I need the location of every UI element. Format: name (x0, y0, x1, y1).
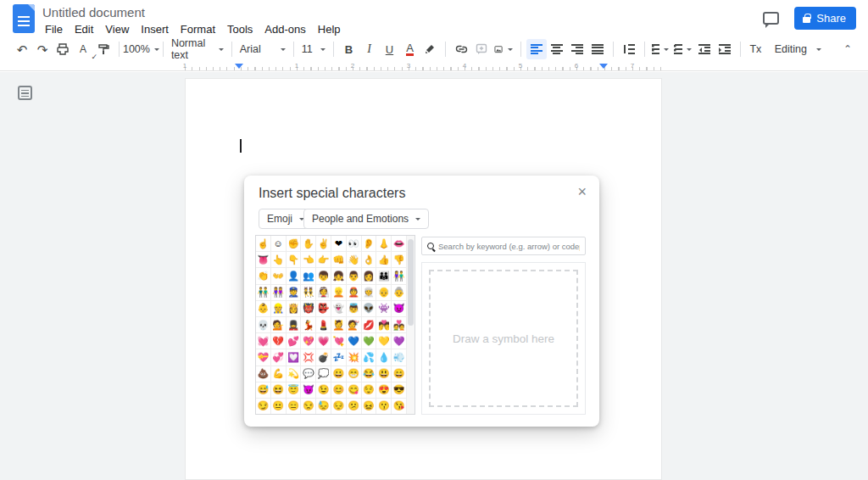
search-input[interactable] (438, 242, 580, 251)
undo-button[interactable]: ↶ (12, 39, 32, 59)
align-center-button[interactable] (547, 39, 567, 59)
emoji-cell[interactable]: 😄 (392, 366, 407, 382)
underline-button[interactable]: U (379, 39, 399, 59)
emoji-cell[interactable]: 👉 (316, 252, 331, 268)
menu-help[interactable]: Help (312, 21, 347, 37)
emoji-cell[interactable]: 😖 (362, 399, 377, 415)
emoji-cell[interactable]: 💬 (301, 366, 316, 382)
emoji-cell[interactable]: 👈 (301, 252, 316, 268)
emoji-cell[interactable]: 👎 (392, 252, 407, 268)
insert-image-button[interactable] (492, 39, 515, 59)
emoji-cell[interactable]: 👺 (316, 301, 331, 317)
emoji-cell[interactable]: 😉 (316, 382, 331, 399)
align-left-button[interactable] (526, 39, 547, 59)
emoji-cell[interactable]: 👿 (392, 301, 407, 317)
print-button[interactable] (53, 39, 73, 59)
emoji-cell[interactable]: 😕 (347, 399, 362, 415)
emoji-cell[interactable]: 😈 (301, 382, 316, 399)
emoji-cell[interactable]: 💑 (392, 317, 407, 333)
document-title[interactable]: Untitled document (42, 5, 145, 20)
emoji-cell[interactable]: 👦 (316, 268, 331, 284)
emoji-cell[interactable]: 😎 (392, 382, 407, 399)
emoji-cell[interactable]: 👼 (347, 301, 362, 317)
emoji-cell[interactable]: 😃 (376, 366, 392, 382)
emoji-cell[interactable]: 👹 (301, 301, 316, 317)
bulleted-list-button[interactable] (671, 39, 693, 59)
emoji-cell[interactable]: 😒 (301, 399, 316, 415)
emoji-cell[interactable]: 😑 (287, 399, 302, 415)
emoji-cell[interactable]: 💘 (331, 333, 347, 349)
emoji-cell[interactable]: 💙 (347, 333, 362, 349)
emoji-cell[interactable]: 👋 (347, 252, 362, 268)
emoji-cell[interactable]: ✋ (301, 236, 316, 252)
emoji-cell[interactable]: 💣 (316, 349, 331, 366)
emoji-cell[interactable]: 💦 (362, 349, 377, 366)
menu-format[interactable]: Format (175, 21, 221, 37)
emoji-cell[interactable]: 💟 (287, 349, 302, 366)
emoji-cell[interactable]: 😂 (362, 366, 377, 382)
emoji-cell[interactable]: 💀 (256, 317, 271, 333)
emoji-cell[interactable]: 👪 (376, 268, 392, 284)
emoji-cell[interactable]: 😁 (347, 366, 362, 382)
emoji-cell[interactable]: 😅 (256, 382, 271, 399)
emoji-cell[interactable]: 👬 (256, 285, 271, 301)
emoji-cell[interactable]: 👳 (362, 285, 377, 301)
emoji-cell[interactable]: ☺ (271, 236, 287, 252)
emoji-cell[interactable]: ❤ (331, 236, 347, 252)
emoji-grid-scrollbar[interactable] (407, 236, 415, 414)
emoji-cell[interactable]: 😊 (331, 382, 347, 399)
emoji-cell[interactable]: 💤 (331, 349, 347, 366)
emoji-cell[interactable]: 👆 (271, 252, 287, 268)
subcategory-dropdown[interactable]: People and Emotions (303, 209, 429, 229)
emoji-cell[interactable]: ✌ (316, 236, 331, 252)
emoji-cell[interactable]: 💭 (316, 366, 331, 382)
emoji-cell[interactable]: 💁 (271, 317, 287, 333)
menu-tools[interactable]: Tools (221, 21, 259, 37)
emoji-cell[interactable]: 👮 (287, 285, 302, 301)
emoji-cell[interactable]: 💥 (347, 349, 362, 366)
emoji-cell[interactable]: 💢 (301, 349, 316, 366)
emoji-cell[interactable]: 👴 (376, 285, 392, 301)
emoji-cell[interactable]: 👂 (362, 236, 377, 252)
draw-symbol-panel[interactable]: Draw a symbol here (421, 262, 586, 415)
numbered-list-button[interactable] (649, 39, 671, 59)
emoji-cell[interactable]: 💨 (392, 349, 407, 366)
menu-edit[interactable]: Edit (69, 21, 99, 37)
emoji-cell[interactable]: 👌 (362, 252, 377, 268)
emoji-cell[interactable]: 💗 (316, 333, 331, 349)
emoji-cell[interactable]: 😘 (392, 399, 407, 415)
redo-button[interactable]: ↷ (32, 39, 53, 59)
draw-symbol-dashed-area[interactable]: Draw a symbol here (429, 270, 578, 407)
paragraph-style-select[interactable]: Normal text (169, 39, 226, 59)
paint-format-button[interactable] (93, 39, 114, 59)
emoji-cell[interactable]: 👥 (301, 268, 316, 284)
emoji-cell[interactable]: 💆 (331, 317, 347, 333)
menu-insert[interactable]: Insert (135, 21, 175, 37)
highlight-color-button[interactable] (420, 39, 440, 59)
menu-view[interactable]: View (99, 21, 135, 37)
emoji-cell[interactable]: 💂 (287, 317, 302, 333)
emoji-cell[interactable]: 👅 (256, 252, 271, 268)
emoji-cell[interactable]: 💝 (256, 349, 271, 366)
close-icon[interactable]: × (574, 181, 590, 203)
emoji-cell[interactable]: 👱 (331, 285, 347, 301)
font-size-select[interactable]: 11 (299, 39, 328, 59)
emoji-cell[interactable]: 😗 (376, 399, 392, 415)
emoji-cell[interactable]: 😇 (287, 382, 302, 399)
emoji-cell[interactable]: 😍 (376, 382, 392, 399)
align-right-button[interactable] (567, 39, 587, 59)
emoji-cell[interactable]: 💜 (392, 333, 407, 349)
emoji-cell[interactable]: 👾 (376, 301, 392, 317)
emoji-cell[interactable]: 😌 (362, 382, 377, 399)
line-spacing-button[interactable] (619, 39, 639, 59)
emoji-cell[interactable]: 👰 (316, 285, 331, 301)
emoji-cell[interactable]: 😀 (331, 366, 347, 382)
editing-mode-select[interactable]: Editing (765, 39, 822, 59)
emoji-cell[interactable]: 👫 (392, 268, 407, 284)
emoji-cell[interactable]: 💓 (256, 333, 271, 349)
collapse-toolbar-button[interactable]: ⌃ (837, 39, 858, 59)
emoji-cell[interactable]: ✊ (287, 236, 302, 252)
emoji-cell[interactable]: 👤 (287, 268, 302, 284)
emoji-cell[interactable]: 👩 (362, 268, 377, 284)
emoji-cell[interactable]: 👏 (256, 268, 271, 284)
